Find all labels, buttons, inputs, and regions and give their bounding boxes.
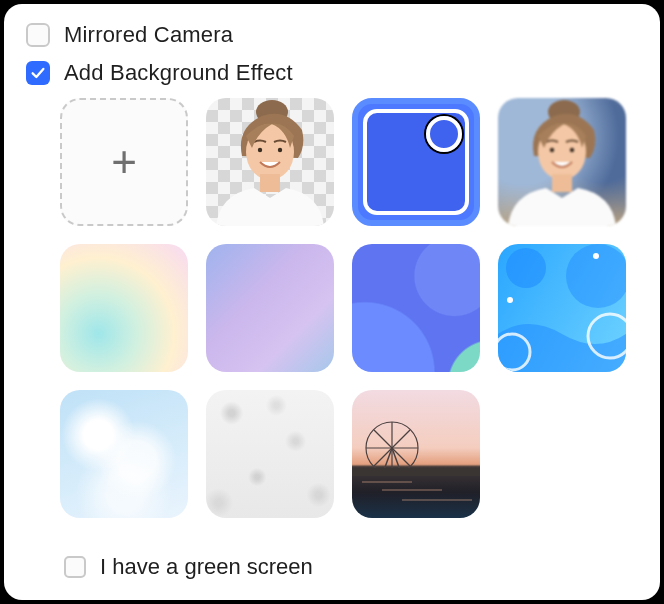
svg-point-8	[550, 148, 554, 152]
plus-icon: +	[111, 140, 137, 184]
svg-point-10	[506, 248, 546, 288]
green-screen-label: I have a green screen	[100, 554, 313, 580]
lilac-gradient-tile[interactable]	[206, 244, 334, 372]
add-background-tile[interactable]: +	[60, 98, 188, 226]
flat-shapes-tile[interactable]	[498, 244, 626, 372]
add-bg-effect-row: Add Background Effect	[26, 60, 638, 86]
video-settings-panel: Mirrored Camera Add Background Effect +	[4, 4, 660, 600]
clouds-tile[interactable]	[60, 390, 188, 518]
solid-blue-tile[interactable]	[352, 98, 480, 226]
svg-rect-7	[552, 174, 572, 192]
no-background-tile[interactable]	[206, 98, 334, 226]
svg-point-9	[570, 148, 574, 152]
pastel-gradient-tile[interactable]	[60, 244, 188, 372]
person-blur-icon	[498, 98, 626, 226]
green-screen-row: I have a green screen	[64, 554, 313, 580]
svg-rect-2	[260, 174, 280, 192]
mirrored-camera-checkbox[interactable]	[26, 23, 50, 47]
svg-rect-23	[352, 468, 480, 476]
blur-background-tile[interactable]	[498, 98, 626, 226]
svg-point-3	[258, 148, 262, 152]
sunset-scene-icon	[352, 390, 480, 518]
concrete-tile[interactable]	[206, 390, 334, 518]
flat-shapes-icon	[498, 244, 626, 372]
check-icon	[30, 65, 46, 81]
background-grid: +	[60, 98, 638, 518]
mirrored-camera-label: Mirrored Camera	[64, 22, 233, 48]
svg-point-14	[593, 253, 599, 259]
svg-point-15	[507, 297, 513, 303]
blue-wave-tile[interactable]	[352, 244, 480, 372]
person-cutout-icon	[206, 98, 334, 226]
add-bg-effect-label: Add Background Effect	[64, 60, 293, 86]
green-screen-checkbox[interactable]	[64, 556, 86, 578]
svg-point-4	[278, 148, 282, 152]
mirrored-camera-row: Mirrored Camera	[26, 22, 638, 48]
sunset-tile[interactable]	[352, 390, 480, 518]
selected-indicator-icon	[426, 116, 462, 152]
add-bg-effect-checkbox[interactable]	[26, 61, 50, 85]
